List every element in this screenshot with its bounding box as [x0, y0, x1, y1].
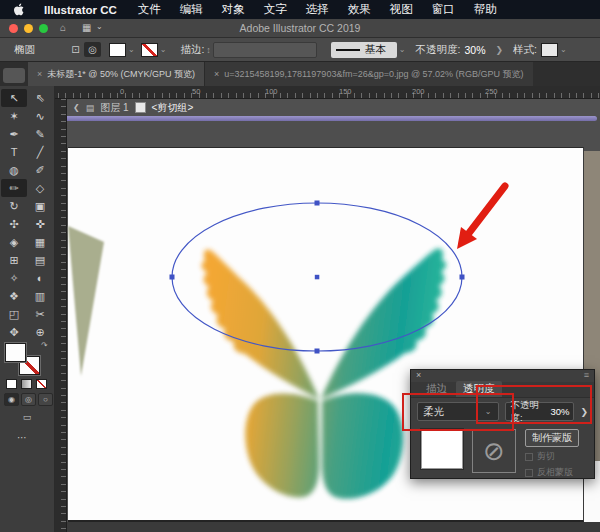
document-tab-bar: × 未标题-1* @ 50% (CMYK/GPU 预览) × u=3215458… [0, 62, 600, 86]
menu-item-view[interactable]: 视图 [390, 2, 413, 17]
blend-tool-icon[interactable]: ◐ [27, 269, 53, 287]
menu-item-effect[interactable]: 效果 [348, 2, 371, 17]
shape-builder-tool-icon[interactable]: ◈ [1, 233, 27, 251]
selection-tool-icon[interactable]: ↖ [1, 89, 27, 107]
olive-shape[interactable] [68, 226, 104, 376]
close-icon[interactable]: × [214, 69, 219, 79]
menu-item-select[interactable]: 选择 [306, 2, 329, 17]
isolation-mode-bar: ❮ ▤ 图层 1 <剪切组> [67, 99, 600, 116]
menu-item-object[interactable]: 对象 [222, 2, 245, 17]
mesh-tool-icon[interactable]: ⊞ [1, 251, 27, 269]
vertical-ruler [55, 99, 67, 532]
breadcrumb-layer[interactable]: 图层 1 [100, 101, 128, 115]
anchor-point-top[interactable] [315, 201, 320, 206]
stepper-icon[interactable]: ↕ [206, 45, 211, 55]
fill-indicator-swatch[interactable] [5, 343, 26, 362]
close-icon[interactable]: × [37, 69, 42, 79]
draw-behind-mode-icon[interactable]: ◎ [21, 393, 36, 406]
menu-item-file[interactable]: 文件 [138, 2, 161, 17]
panel-menu-icon[interactable]: ≡ [584, 370, 589, 380]
screen-mode-icon[interactable]: ▭ [17, 412, 37, 425]
magic-wand-tool-icon[interactable]: ✶ [1, 107, 27, 125]
panel-dock-stub[interactable] [3, 68, 25, 83]
anchor-point-bottom[interactable] [315, 349, 320, 354]
pen-tool-icon[interactable]: ✒ [1, 125, 27, 143]
brush-stroke-preview [336, 49, 360, 51]
stroke-weight-combo[interactable] [213, 42, 317, 58]
chevron-down-icon[interactable]: ⌄ [128, 45, 135, 54]
direct-selection-tool-icon[interactable]: ⇖ [27, 89, 53, 107]
transform-frame-icon[interactable]: ⊡ [67, 42, 84, 57]
brush-definition-select[interactable]: 基本 [331, 42, 397, 58]
rotate-tool-icon[interactable]: ↻ [1, 197, 27, 215]
ruler-ticks [55, 93, 600, 98]
object-thumbnail[interactable] [421, 429, 463, 469]
draw-inside-mode-icon[interactable]: ○ [38, 393, 53, 406]
make-mask-button[interactable]: 制作蒙版 [525, 429, 579, 447]
lasso-tool-icon[interactable]: ∿ [27, 107, 53, 125]
ruler-label: 0 [120, 87, 124, 96]
pencil-tool-icon[interactable]: ✏ [1, 179, 27, 197]
menu-item-edit[interactable]: 编辑 [180, 2, 203, 17]
paintbrush-tool-icon[interactable]: ✐ [27, 161, 53, 179]
curvature-tool-icon[interactable]: ✎ [27, 125, 53, 143]
brush-name: 基本 [365, 43, 386, 57]
tab-untitled-document[interactable]: × 未标题-1* @ 50% (CMYK/GPU 预览) [28, 62, 204, 86]
chevron-down-icon[interactable]: ⌄ [160, 45, 167, 54]
close-icon[interactable]: × [416, 370, 421, 380]
menu-item-type[interactable]: 文字 [264, 2, 287, 17]
anchor-point-right[interactable] [460, 275, 465, 280]
puppet-warp-tool-icon[interactable]: ✜ [27, 215, 53, 233]
chevron-down-icon[interactable]: ⌄ [399, 45, 406, 54]
control-bar: 椭圆 ⊡ ◎ ⌄ ⌄ 描边: ↕ 基本 ⌄ 不透明度: 30% ❯ 样式: ⌄ [0, 38, 600, 62]
slice-tool-icon[interactable]: ✂ [27, 305, 53, 323]
draw-normal-mode-icon[interactable]: ◉ [4, 393, 19, 406]
breadcrumb-group[interactable]: <剪切组> [152, 101, 194, 115]
artboard-tool-icon[interactable]: ◰ [1, 305, 27, 323]
annotation-arrow [457, 186, 505, 249]
eyedropper-tool-icon[interactable]: ✧ [1, 269, 27, 287]
back-arrow-icon[interactable]: ❮ [73, 103, 80, 112]
center-point[interactable] [315, 275, 320, 280]
apple-icon[interactable] [14, 3, 25, 16]
checkbox-icon[interactable] [525, 469, 533, 477]
symbol-sprayer-tool-icon[interactable]: ❖ [1, 287, 27, 305]
color-button[interactable] [6, 379, 17, 389]
checkbox-icon[interactable] [525, 453, 533, 461]
swap-fill-stroke-icon[interactable]: ↷ [41, 341, 48, 350]
type-tool-icon[interactable]: T [1, 143, 27, 161]
tools-panel: ↖ ⇖ ✶ ∿ ✒ ✎ T ╱ ◍ ✐ ✏ ◇ ↻ ▣ ✣ ✜ ◈ ▦ ⊞ ▤ … [0, 86, 55, 532]
anchor-point-left[interactable] [170, 275, 175, 280]
tab-jpg-document[interactable]: × u=3215458199,1781197903&fm=26&gp=0.jpg… [204, 62, 533, 86]
menu-bar: Illustrator CC 文件 编辑 对象 文字 选择 效果 视图 窗口 帮… [0, 0, 600, 19]
opacity-value[interactable]: 30% [464, 44, 485, 56]
layers-icon: ▤ [86, 103, 95, 113]
menu-app-name[interactable]: Illustrator CC [44, 4, 117, 16]
clip-checkbox-row[interactable]: 剪切 [525, 450, 579, 463]
gradient-button[interactable] [21, 379, 32, 389]
edit-toolbar-icon[interactable]: ⋯ [17, 432, 27, 443]
invert-mask-checkbox-row[interactable]: 反相蒙版 [525, 466, 579, 479]
free-transform-tool-icon[interactable]: ▣ [27, 197, 53, 215]
chevron-down-icon[interactable]: ⌄ [560, 45, 567, 54]
style-swatch[interactable] [541, 43, 558, 57]
perspective-grid-tool-icon[interactable]: ▦ [27, 233, 53, 251]
fill-color-swatch[interactable] [109, 43, 126, 57]
line-segment-tool-icon[interactable]: ╱ [27, 143, 53, 161]
none-button[interactable] [36, 379, 47, 389]
menu-item-window[interactable]: 窗口 [432, 2, 455, 17]
column-graph-tool-icon[interactable]: ▥ [27, 287, 53, 305]
chevron-right-icon[interactable]: ❯ [495, 45, 503, 55]
annotation-rect-opacity [476, 385, 592, 424]
opacity-label: 不透明度: [416, 43, 461, 57]
target-icon[interactable]: ◎ [84, 42, 101, 57]
stroke-color-swatch[interactable] [141, 43, 158, 57]
mask-slot[interactable]: ⊘ [472, 429, 516, 473]
width-tool-icon[interactable]: ✣ [1, 215, 27, 233]
hand-tool-icon[interactable]: ✥ [1, 323, 27, 341]
menu-item-help[interactable]: 帮助 [474, 2, 497, 17]
zoom-tool-icon[interactable]: ⊕ [27, 323, 53, 341]
shaper-tool-icon[interactable]: ◍ [1, 161, 27, 179]
eraser-tool-icon[interactable]: ◇ [27, 179, 53, 197]
gradient-tool-icon[interactable]: ▤ [27, 251, 53, 269]
